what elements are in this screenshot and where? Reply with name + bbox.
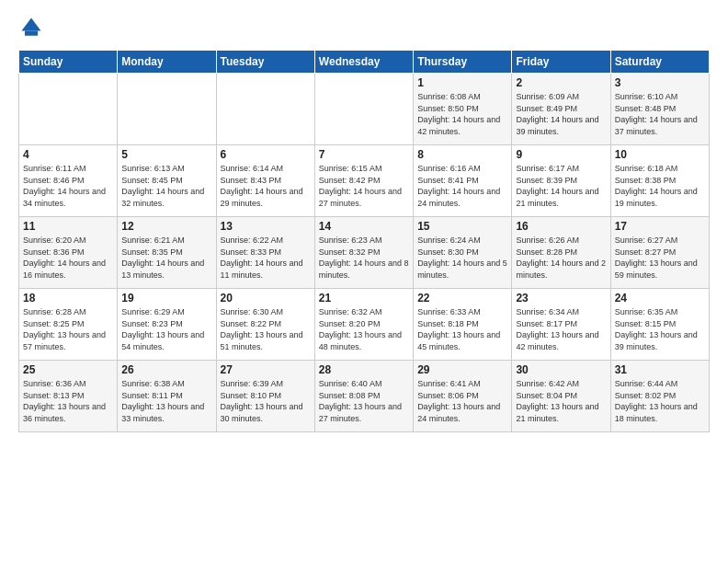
day-info: Sunrise: 6:22 AM Sunset: 8:33 PM Dayligh… xyxy=(221,235,311,281)
day-number: 28 xyxy=(319,363,409,376)
day-number: 23 xyxy=(516,292,606,304)
day-info: Sunrise: 6:29 AM Sunset: 8:23 PM Dayligh… xyxy=(121,306,211,352)
calendar-cell: 23Sunrise: 6:34 AM Sunset: 8:17 PM Dayli… xyxy=(512,289,610,361)
day-info: Sunrise: 6:38 AM Sunset: 8:11 PM Dayligh… xyxy=(121,378,211,424)
weekday-header-monday: Monday xyxy=(118,51,216,74)
calendar-cell: 25Sunrise: 6:36 AM Sunset: 8:13 PM Dayli… xyxy=(19,361,118,432)
day-info: Sunrise: 6:21 AM Sunset: 8:35 PM Dayligh… xyxy=(121,235,211,281)
day-number: 7 xyxy=(319,148,409,161)
header xyxy=(18,15,710,40)
calendar-cell: 10Sunrise: 6:18 AM Sunset: 8:38 PM Dayli… xyxy=(610,145,709,217)
day-number: 30 xyxy=(516,363,606,376)
weekday-header-thursday: Thursday xyxy=(414,51,512,74)
page-container: SundayMondayTuesdayWednesdayThursdayFrid… xyxy=(0,0,728,442)
calendar-cell: 15Sunrise: 6:24 AM Sunset: 8:30 PM Dayli… xyxy=(414,217,512,289)
calendar-cell: 29Sunrise: 6:41 AM Sunset: 8:06 PM Dayli… xyxy=(414,361,512,432)
weekday-header-tuesday: Tuesday xyxy=(216,51,314,74)
calendar-cell xyxy=(118,74,216,145)
day-number: 25 xyxy=(23,363,113,376)
calendar-cell: 1Sunrise: 6:08 AM Sunset: 8:50 PM Daylig… xyxy=(414,74,512,145)
calendar-cell: 19Sunrise: 6:29 AM Sunset: 8:23 PM Dayli… xyxy=(118,289,216,361)
calendar-cell: 12Sunrise: 6:21 AM Sunset: 8:35 PM Dayli… xyxy=(118,217,216,289)
day-info: Sunrise: 6:33 AM Sunset: 8:18 PM Dayligh… xyxy=(417,306,507,352)
calendar-cell: 22Sunrise: 6:33 AM Sunset: 8:18 PM Dayli… xyxy=(414,289,512,361)
day-info: Sunrise: 6:13 AM Sunset: 8:45 PM Dayligh… xyxy=(121,163,211,209)
calendar-cell xyxy=(19,74,118,145)
calendar-cell: 2Sunrise: 6:09 AM Sunset: 8:49 PM Daylig… xyxy=(512,74,610,145)
calendar-cell: 5Sunrise: 6:13 AM Sunset: 8:45 PM Daylig… xyxy=(118,145,216,217)
day-info: Sunrise: 6:10 AM Sunset: 8:48 PM Dayligh… xyxy=(615,91,705,137)
calendar-cell xyxy=(216,74,314,145)
calendar-week-2: 4Sunrise: 6:11 AM Sunset: 8:46 PM Daylig… xyxy=(19,145,710,217)
day-number: 14 xyxy=(319,220,409,233)
day-info: Sunrise: 6:35 AM Sunset: 8:15 PM Dayligh… xyxy=(615,306,705,352)
calendar-cell: 18Sunrise: 6:28 AM Sunset: 8:25 PM Dayli… xyxy=(19,289,118,361)
day-number: 1 xyxy=(417,76,507,89)
logo xyxy=(18,15,48,40)
day-info: Sunrise: 6:20 AM Sunset: 8:36 PM Dayligh… xyxy=(23,235,113,281)
day-number: 12 xyxy=(121,220,211,233)
day-info: Sunrise: 6:44 AM Sunset: 8:02 PM Dayligh… xyxy=(615,378,705,424)
day-number: 22 xyxy=(417,292,507,304)
day-number: 17 xyxy=(615,220,705,233)
day-info: Sunrise: 6:34 AM Sunset: 8:17 PM Dayligh… xyxy=(516,306,606,352)
day-number: 9 xyxy=(516,148,606,161)
day-number: 21 xyxy=(319,292,409,304)
day-number: 2 xyxy=(516,76,606,89)
calendar-cell: 7Sunrise: 6:15 AM Sunset: 8:42 PM Daylig… xyxy=(314,145,413,217)
day-info: Sunrise: 6:18 AM Sunset: 8:38 PM Dayligh… xyxy=(615,163,705,209)
calendar-week-1: 1Sunrise: 6:08 AM Sunset: 8:50 PM Daylig… xyxy=(19,74,710,145)
calendar-cell: 28Sunrise: 6:40 AM Sunset: 8:08 PM Dayli… xyxy=(314,361,413,432)
day-info: Sunrise: 6:16 AM Sunset: 8:41 PM Dayligh… xyxy=(417,163,507,209)
svg-marker-0 xyxy=(22,18,41,31)
calendar-cell: 26Sunrise: 6:38 AM Sunset: 8:11 PM Dayli… xyxy=(118,361,216,432)
calendar-cell: 6Sunrise: 6:14 AM Sunset: 8:43 PM Daylig… xyxy=(216,145,314,217)
day-info: Sunrise: 6:28 AM Sunset: 8:25 PM Dayligh… xyxy=(23,306,113,352)
calendar-cell: 4Sunrise: 6:11 AM Sunset: 8:46 PM Daylig… xyxy=(19,145,118,217)
day-number: 3 xyxy=(615,76,705,89)
calendar-cell: 30Sunrise: 6:42 AM Sunset: 8:04 PM Dayli… xyxy=(512,361,610,432)
calendar-cell: 13Sunrise: 6:22 AM Sunset: 8:33 PM Dayli… xyxy=(216,217,314,289)
day-info: Sunrise: 6:09 AM Sunset: 8:49 PM Dayligh… xyxy=(516,91,606,137)
calendar-table: SundayMondayTuesdayWednesdayThursdayFrid… xyxy=(18,50,710,432)
day-number: 16 xyxy=(516,220,606,233)
calendar-week-3: 11Sunrise: 6:20 AM Sunset: 8:36 PM Dayli… xyxy=(19,217,710,289)
weekday-header-sunday: Sunday xyxy=(19,51,118,74)
day-info: Sunrise: 6:32 AM Sunset: 8:20 PM Dayligh… xyxy=(319,306,409,352)
day-info: Sunrise: 6:26 AM Sunset: 8:28 PM Dayligh… xyxy=(516,235,606,281)
day-info: Sunrise: 6:24 AM Sunset: 8:30 PM Dayligh… xyxy=(417,235,507,281)
day-number: 8 xyxy=(417,148,507,161)
day-number: 31 xyxy=(615,363,705,376)
day-number: 15 xyxy=(417,220,507,233)
day-number: 4 xyxy=(23,148,113,161)
day-number: 27 xyxy=(221,363,311,376)
calendar-cell: 14Sunrise: 6:23 AM Sunset: 8:32 PM Dayli… xyxy=(314,217,413,289)
calendar-week-4: 18Sunrise: 6:28 AM Sunset: 8:25 PM Dayli… xyxy=(19,289,710,361)
calendar-cell: 27Sunrise: 6:39 AM Sunset: 8:10 PM Dayli… xyxy=(216,361,314,432)
day-info: Sunrise: 6:36 AM Sunset: 8:13 PM Dayligh… xyxy=(23,378,113,424)
weekday-header-friday: Friday xyxy=(512,51,610,74)
calendar-cell xyxy=(314,74,413,145)
calendar-cell: 21Sunrise: 6:32 AM Sunset: 8:20 PM Dayli… xyxy=(314,289,413,361)
day-info: Sunrise: 6:17 AM Sunset: 8:39 PM Dayligh… xyxy=(516,163,606,209)
day-number: 18 xyxy=(23,292,113,304)
day-info: Sunrise: 6:23 AM Sunset: 8:32 PM Dayligh… xyxy=(319,235,409,281)
day-number: 26 xyxy=(121,363,211,376)
weekday-header-wednesday: Wednesday xyxy=(314,51,413,74)
weekday-header-saturday: Saturday xyxy=(610,51,709,74)
day-info: Sunrise: 6:14 AM Sunset: 8:43 PM Dayligh… xyxy=(221,163,311,209)
day-number: 19 xyxy=(121,292,211,304)
calendar-week-5: 25Sunrise: 6:36 AM Sunset: 8:13 PM Dayli… xyxy=(19,361,710,432)
day-info: Sunrise: 6:39 AM Sunset: 8:10 PM Dayligh… xyxy=(221,378,311,424)
calendar-cell: 8Sunrise: 6:16 AM Sunset: 8:41 PM Daylig… xyxy=(414,145,512,217)
calendar-cell: 3Sunrise: 6:10 AM Sunset: 8:48 PM Daylig… xyxy=(610,74,709,145)
calendar-cell: 20Sunrise: 6:30 AM Sunset: 8:22 PM Dayli… xyxy=(216,289,314,361)
day-number: 11 xyxy=(23,220,113,233)
day-info: Sunrise: 6:30 AM Sunset: 8:22 PM Dayligh… xyxy=(221,306,311,352)
day-number: 5 xyxy=(121,148,211,161)
day-number: 20 xyxy=(221,292,311,304)
day-number: 13 xyxy=(221,220,311,233)
day-number: 6 xyxy=(221,148,311,161)
calendar-cell: 9Sunrise: 6:17 AM Sunset: 8:39 PM Daylig… xyxy=(512,145,610,217)
calendar-cell: 11Sunrise: 6:20 AM Sunset: 8:36 PM Dayli… xyxy=(19,217,118,289)
